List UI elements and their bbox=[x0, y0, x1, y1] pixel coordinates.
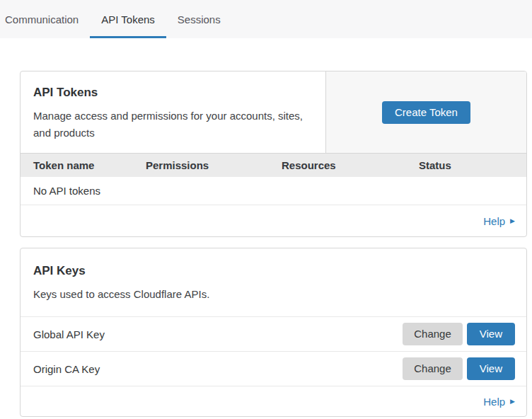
tab-communication[interactable]: Communication bbox=[0, 0, 90, 38]
global-api-key-row: Global API Key Change View bbox=[21, 316, 526, 351]
api-tokens-help-label: Help bbox=[483, 215, 505, 227]
column-header-token-name: Token name bbox=[33, 159, 146, 171]
global-api-key-view-button[interactable]: View bbox=[467, 323, 515, 345]
origin-ca-key-row: Origin CA Key Change View bbox=[21, 351, 526, 386]
global-api-key-label: Global API Key bbox=[33, 328, 403, 340]
tab-sessions[interactable]: Sessions bbox=[166, 0, 232, 38]
api-tokens-card-footer: Help ▶ bbox=[21, 205, 526, 236]
origin-ca-key-view-button[interactable]: View bbox=[467, 357, 515, 380]
create-token-button[interactable]: Create Token bbox=[382, 101, 470, 124]
api-keys-help-link[interactable]: Help ▶ bbox=[483, 396, 515, 408]
tab-api-tokens[interactable]: API Tokens bbox=[90, 0, 166, 38]
token-table-header: Token name Permissions Resources Status bbox=[21, 153, 526, 177]
api-keys-card-footer: Help ▶ bbox=[21, 386, 526, 416]
api-tokens-card: API Tokens Manage access and permissions… bbox=[20, 71, 527, 237]
api-tokens-title: API Tokens bbox=[33, 86, 314, 100]
tab-sessions-label: Sessions bbox=[178, 13, 221, 25]
origin-ca-key-change-button[interactable]: Change bbox=[403, 357, 463, 380]
api-tokens-card-header: API Tokens Manage access and permissions… bbox=[21, 71, 526, 153]
empty-tokens-message: No API tokens bbox=[33, 185, 100, 197]
api-keys-card-header: API Keys Keys used to access Cloudflare … bbox=[21, 248, 526, 316]
help-arrow-icon: ▶ bbox=[510, 218, 515, 224]
tab-bar: Communication API Tokens Sessions bbox=[0, 0, 532, 38]
column-header-permissions: Permissions bbox=[146, 159, 282, 171]
tab-communication-label: Communication bbox=[5, 13, 79, 25]
tab-api-tokens-label: API Tokens bbox=[101, 13, 155, 25]
help-arrow-icon: ▶ bbox=[510, 398, 515, 405]
api-keys-title: API Keys bbox=[33, 264, 514, 278]
api-tokens-card-action-area: Create Token bbox=[325, 71, 526, 153]
column-header-resources: Resources bbox=[282, 159, 419, 171]
token-table-empty-row: No API tokens bbox=[21, 177, 526, 205]
column-header-status: Status bbox=[419, 159, 526, 171]
global-api-key-change-button[interactable]: Change bbox=[403, 323, 463, 345]
page-content: API Tokens Manage access and permissions… bbox=[0, 71, 532, 417]
api-tokens-help-link[interactable]: Help ▶ bbox=[483, 215, 515, 227]
api-keys-card: API Keys Keys used to access Cloudflare … bbox=[20, 248, 527, 417]
api-keys-help-label: Help bbox=[483, 396, 505, 408]
origin-ca-key-label: Origin CA Key bbox=[33, 363, 403, 375]
api-tokens-card-header-text: API Tokens Manage access and permissions… bbox=[21, 71, 325, 153]
api-tokens-description: Manage access and permissions for your a… bbox=[33, 108, 314, 142]
api-keys-description: Keys used to access Cloudflare APIs. bbox=[33, 286, 514, 303]
